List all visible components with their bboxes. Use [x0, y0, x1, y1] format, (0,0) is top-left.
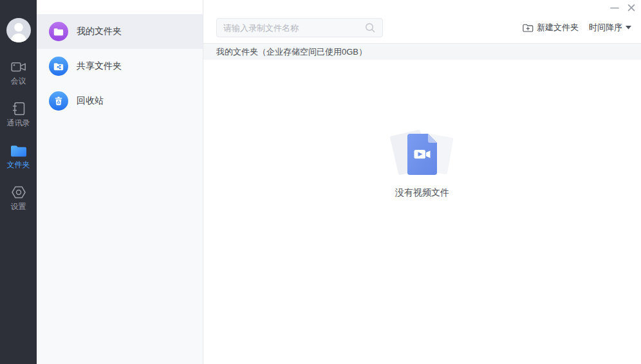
shared-folder-icon [49, 57, 68, 76]
primary-sidebar: 会议 通讯录 [0, 0, 37, 364]
window-controls [609, 2, 637, 14]
nav-item-meeting[interactable]: 会议 [0, 59, 37, 86]
nav-label-contacts: 通讯录 [7, 118, 30, 128]
avatar[interactable] [6, 18, 31, 42]
new-folder-icon [523, 23, 534, 33]
empty-state-text: 没有视频文件 [395, 187, 449, 199]
search-input[interactable] [223, 23, 364, 33]
minimize-button[interactable] [609, 2, 620, 14]
folder-item-shared-folder[interactable]: 共享文件夹 [37, 49, 203, 84]
folder-item-label: 共享文件夹 [77, 60, 122, 72]
new-folder-button[interactable]: 新建文件夹 [523, 22, 579, 33]
primary-nav: 会议 通讯录 [0, 59, 37, 226]
nav-label-settings: 设置 [11, 202, 26, 212]
app-window: 会议 通讯录 [0, 0, 641, 364]
search-icon [364, 22, 376, 33]
folder-item-recycle-bin[interactable]: 回收站 [37, 84, 203, 118]
nav-item-settings[interactable]: 设置 [0, 185, 37, 212]
video-file-icon [407, 134, 437, 175]
user-avatar-icon [6, 18, 31, 42]
sort-label: 时间降序 [589, 22, 622, 33]
empty-state: 没有视频文件 [392, 127, 452, 199]
secondary-sidebar: 我的文件夹 共享文件夹 [37, 0, 203, 364]
nav-item-folders[interactable]: 文件夹 [0, 143, 37, 170]
toolbar: 新建文件夹 时间降序 [203, 0, 641, 43]
close-button[interactable] [626, 2, 637, 14]
toolbar-actions: 新建文件夹 时间降序 [523, 18, 631, 37]
recycle-bin-icon [49, 91, 68, 111]
nav-item-contacts[interactable]: 通讯录 [0, 101, 37, 128]
my-folder-icon [49, 22, 68, 41]
storage-info-bar: 我的文件夹（企业存储空间已使用0GB） [203, 43, 641, 60]
close-icon [627, 3, 636, 12]
minimize-icon [610, 3, 619, 12]
folder-item-my-folder[interactable]: 我的文件夹 [37, 14, 203, 49]
storage-info-text: 我的文件夹（企业存储空间已使用0GB） [216, 46, 367, 58]
nav-label-meeting: 会议 [11, 77, 26, 86]
address-book-icon [12, 101, 26, 116]
main-panel: 新建文件夹 时间降序 我的文件夹（企业存储空间已使用0GB） [203, 0, 641, 364]
sort-dropdown[interactable]: 时间降序 [589, 22, 631, 33]
folder-item-label: 我的文件夹 [77, 26, 122, 37]
video-camera-icon [11, 59, 26, 75]
folder-item-label: 回收站 [77, 95, 104, 107]
nav-label-folders: 文件夹 [7, 160, 30, 170]
chevron-down-icon [626, 26, 631, 30]
new-folder-label: 新建文件夹 [537, 22, 579, 33]
settings-icon [11, 185, 26, 200]
empty-video-illustration [392, 127, 452, 182]
search-box[interactable] [216, 18, 383, 37]
sidebar-top-strip [37, 0, 203, 14]
folder-icon [10, 143, 27, 158]
file-list-area: 没有视频文件 [203, 60, 641, 364]
